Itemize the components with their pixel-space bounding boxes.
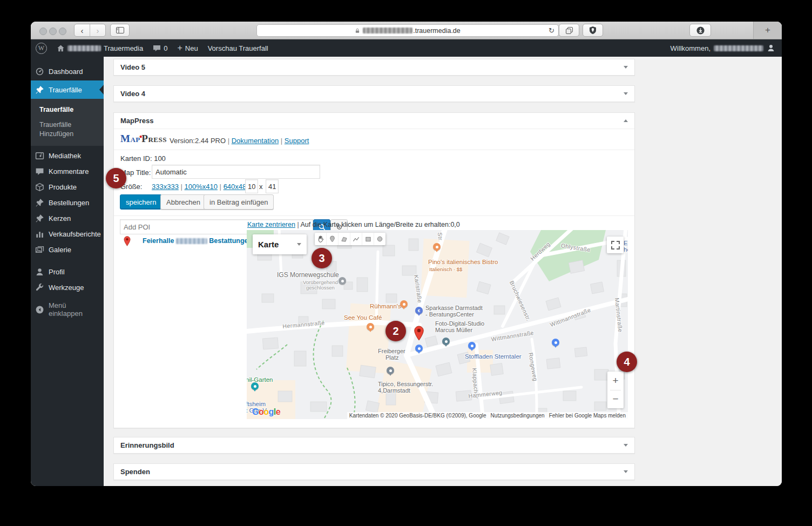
- shopping-icon[interactable]: [415, 345, 423, 352]
- custom-height-input[interactable]: [266, 179, 279, 193]
- circle-tool-button[interactable]: [374, 233, 385, 245]
- sidebar-item-kerzen[interactable]: Kerzen: [31, 211, 104, 226]
- map-attribution: Kartendaten © 2020 GeoBasis-DE/BKG (©200…: [347, 412, 628, 419]
- chevron-down-icon[interactable]: [624, 470, 628, 473]
- rectangle-tool-button[interactable]: [362, 233, 374, 245]
- bank-icon[interactable]: €: [415, 307, 423, 314]
- panel-title: Video 5: [120, 63, 145, 71]
- downloads-button[interactable]: [689, 24, 711, 37]
- restaurant-icon[interactable]: [400, 300, 408, 308]
- sidebar-label: Bestellungen: [49, 199, 89, 207]
- insert-into-post-button[interactable]: in Beitrag einfügen: [204, 194, 274, 210]
- address-bar[interactable]: .trauermedia.de ↻: [256, 24, 559, 37]
- panel-header[interactable]: MapPress: [114, 113, 634, 129]
- panel-header[interactable]: Spenden: [114, 464, 634, 480]
- submenu-item-trauerfaelle[interactable]: Trauerfälle: [31, 102, 104, 117]
- sidebar-item-bestellungen[interactable]: Bestellungen: [31, 195, 104, 211]
- sidebar-label: Trauerfälle: [49, 86, 82, 94]
- annotation-circle-2: 2: [385, 321, 406, 341]
- garden-icon[interactable]: [251, 382, 259, 390]
- map-title-input[interactable]: [152, 165, 320, 179]
- tab-overview-button[interactable]: [559, 24, 579, 37]
- cafe-icon[interactable]: [367, 323, 374, 331]
- sidebar-item-profil[interactable]: Profil: [31, 264, 104, 280]
- save-button[interactable]: speichern: [120, 194, 162, 210]
- panel-video4: Video 4: [113, 85, 635, 102]
- report-error-link[interactable]: Fehler bei Google Maps melden: [549, 413, 626, 419]
- map-poi-label: Foto-Digital-Studio: [435, 320, 484, 327]
- size-option-100pct[interactable]: 100%x410: [185, 183, 218, 191]
- site-name-menu[interactable]: Trauermedia: [52, 39, 148, 57]
- restaurant-icon[interactable]: [433, 243, 441, 251]
- google-logo[interactable]: Google: [252, 407, 280, 417]
- custom-width-input[interactable]: [245, 179, 258, 193]
- sidebar-item-galerie[interactable]: Galerie: [31, 242, 104, 258]
- terms-link[interactable]: Nutzungsbedingungen: [491, 413, 545, 419]
- google-map[interactable]: IGS MornewegschuleVorübergehendgeschloss…: [247, 230, 628, 419]
- fullscreen-button[interactable]: [607, 237, 624, 253]
- extension-button[interactable]: [583, 24, 603, 37]
- shopping-icon[interactable]: [552, 339, 559, 346]
- panel-header[interactable]: Video 5: [114, 59, 634, 75]
- preview-link[interactable]: Vorschau Trauerfall: [203, 39, 273, 57]
- sidebar-toggle-button[interactable]: [110, 24, 130, 37]
- photo-studio-icon[interactable]: [442, 338, 450, 345]
- map-marker[interactable]: [414, 326, 424, 341]
- panel-title: Video 4: [120, 90, 145, 98]
- submenu-item-trauerfaelle-hinzufuegen[interactable]: Trauerfälle Hinzufügen: [31, 117, 93, 141]
- polyline-icon: [353, 236, 360, 242]
- sidebar-item-kommentare[interactable]: Kommentare: [31, 164, 104, 179]
- account-menu[interactable]: Willkommen,: [671, 44, 782, 52]
- comment-count: 0: [164, 44, 167, 52]
- new-label: Neu: [185, 44, 198, 52]
- center-map-link[interactable]: Karte zentrieren: [247, 221, 295, 228]
- chevron-down-icon[interactable]: [624, 92, 628, 95]
- reload-icon[interactable]: ↻: [549, 26, 554, 35]
- polyline-tool-button[interactable]: [350, 233, 362, 245]
- sidebar-item-produkte[interactable]: Produkte: [31, 179, 104, 195]
- documentation-link[interactable]: Dokumentation: [232, 137, 279, 145]
- chevron-down-icon: [297, 243, 301, 246]
- map-type-control[interactable]: Karte: [253, 234, 307, 254]
- panel-header[interactable]: Video 4: [114, 86, 634, 102]
- sidebar-collapse-menu[interactable]: Menü einklappen: [31, 302, 104, 318]
- sidebar-item-trauerfaelle[interactable]: Trauerfälle: [31, 80, 104, 99]
- window-minimize-button[interactable]: [49, 28, 57, 35]
- chevron-down-icon[interactable]: [624, 444, 628, 447]
- wp-logo-menu[interactable]: W: [31, 39, 52, 57]
- sidebar-item-dashboard[interactable]: Dashboard: [31, 62, 104, 80]
- poi-list-item[interactable]: Feierhalle Bestattunger: [143, 237, 248, 245]
- sidebar-label: Galerie: [49, 246, 71, 254]
- sidebar-label: Werkzeuge: [49, 284, 84, 292]
- panel-header[interactable]: Erinnerungsbild: [114, 437, 634, 453]
- size-option-333[interactable]: 333x333: [152, 183, 179, 191]
- window-zoom-button[interactable]: [59, 28, 66, 35]
- street-label: Hermannstraße: [282, 319, 325, 329]
- back-button[interactable]: ‹: [75, 24, 90, 36]
- chevron-down-icon[interactable]: [624, 66, 628, 69]
- comments-menu[interactable]: 0: [148, 39, 172, 57]
- sidebar-item-mediathek[interactable]: Mediathek: [31, 148, 104, 164]
- chevron-up-icon[interactable]: [624, 119, 628, 122]
- menu-separator: [31, 295, 104, 302]
- support-link[interactable]: Support: [285, 137, 309, 145]
- redacted-subdomain: [363, 28, 412, 33]
- school-icon[interactable]: [339, 277, 346, 285]
- place-icon[interactable]: [387, 367, 394, 374]
- forward-button[interactable]: ›: [90, 24, 105, 36]
- marker-tool-button[interactable]: [326, 233, 338, 245]
- zoom-out-button[interactable]: −: [607, 390, 624, 409]
- new-tab-button[interactable]: +: [753, 22, 782, 39]
- sidebar-item-verkaufsberichte[interactable]: Verkaufsberichte: [31, 226, 104, 242]
- window-close-button[interactable]: [39, 28, 47, 35]
- zoom-in-button[interactable]: +: [607, 372, 624, 390]
- cancel-button[interactable]: Abbrechen: [160, 194, 206, 210]
- map-poi-label: See You Café: [344, 314, 382, 321]
- poi-name-prefix: Feierhalle: [143, 237, 174, 245]
- shopping-icon[interactable]: [468, 342, 476, 349]
- polygon-tool-button[interactable]: [338, 233, 350, 245]
- new-content-menu[interactable]: + Neu: [172, 39, 202, 57]
- sidebar-item-werkzeuge[interactable]: Werkzeuge: [31, 280, 104, 295]
- panel-title: Spenden: [120, 468, 150, 476]
- pan-tool-button[interactable]: [315, 233, 326, 245]
